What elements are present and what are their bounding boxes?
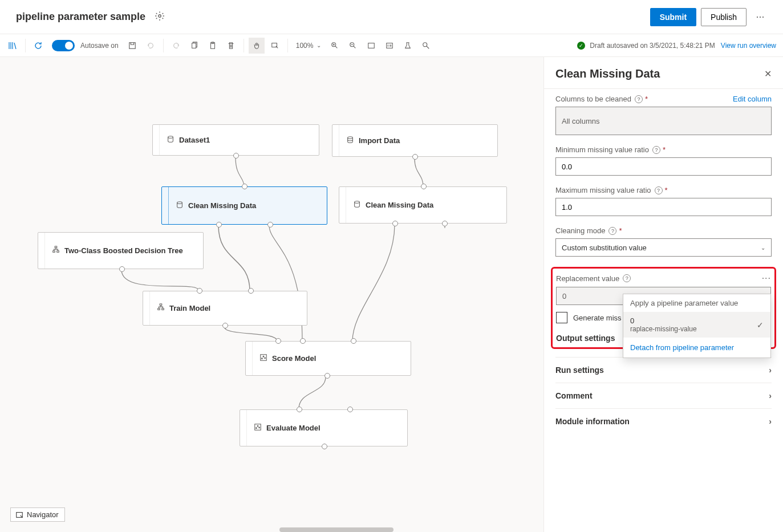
clean-icon [353,200,361,210]
svg-point-22 [262,358,263,359]
columns-value[interactable]: All columns [555,107,772,135]
app-header: pipeline parameter sample Submit Publish… [0,0,783,34]
more-icon[interactable]: ··· [751,8,769,26]
chevron-right-icon: › [769,366,772,375]
svg-rect-1 [129,42,135,48]
score-icon [259,354,267,363]
help-icon[interactable]: ? [623,274,631,282]
library-icon[interactable] [5,38,21,54]
svg-point-24 [265,358,266,359]
replacement-value-section: Replacement value ? ··· Generate miss Ap… [551,267,776,349]
search-icon[interactable] [418,38,434,54]
required-star: * [645,95,648,103]
svg-rect-16 [53,251,55,253]
zoom-out-icon[interactable] [345,38,361,54]
autosave-label: Autosave on [80,42,119,50]
zoom-actual-icon[interactable] [382,38,397,54]
autosave-toggle[interactable] [52,40,75,51]
svg-rect-19 [158,308,160,310]
zoom-fit-icon[interactable] [363,38,379,54]
replacement-label: Replacement value [556,274,619,283]
pipeline-parameter-popup: Apply a pipeline parameter value 0 rapla… [623,294,771,358]
redo-icon[interactable] [168,38,184,54]
svg-rect-8 [368,43,375,48]
svg-point-23 [263,356,264,357]
svg-rect-15 [55,246,57,248]
min-ratio-label: Minimum missing value ratio [555,145,649,154]
view-run-link[interactable]: View run overview [721,42,776,50]
node-clean-missing-data-selected[interactable]: Clean Missing Data [161,186,327,225]
svg-rect-9 [387,43,393,48]
dataset-icon [167,135,175,145]
chevron-right-icon: › [769,391,772,400]
publish-button[interactable]: Publish [701,8,747,26]
gear-icon[interactable] [155,11,165,23]
run-settings-accordion[interactable]: Run settings › [555,357,772,383]
help-icon[interactable]: ? [652,146,660,154]
evaluate-icon [254,423,262,433]
node-dataset1[interactable]: Dataset1 [152,124,319,156]
edit-column-link[interactable]: Edit column [733,95,772,103]
svg-point-27 [257,425,258,427]
horizontal-scrollbar[interactable] [279,527,393,532]
svg-point-11 [168,136,173,139]
min-ratio-input[interactable] [555,157,772,176]
help-icon[interactable]: ? [655,186,663,194]
properties-panel: Clean Missing Data ✕ Columns to be clean… [543,57,783,532]
refresh-icon[interactable] [30,38,46,54]
panel-title: Clean Missing Data [555,67,764,80]
chevron-right-icon: › [769,417,772,426]
autosave-status: Draft autosaved on 3/5/2021, 5:48:21 PM [590,42,715,50]
node-train-model[interactable]: Train Model [143,291,307,326]
help-icon[interactable]: ? [635,95,643,103]
svg-point-12 [348,137,353,139]
delete-icon[interactable] [223,38,239,54]
paste-icon[interactable] [205,38,221,54]
chevron-down-icon: ⌄ [761,245,765,251]
replacement-more-icon[interactable]: ··· [762,273,771,283]
save-icon[interactable] [124,38,140,54]
tree-icon [52,246,60,255]
navigator-button[interactable]: Navigator [10,507,65,522]
comment-accordion[interactable]: Comment › [555,383,772,408]
svg-rect-2 [192,43,196,48]
max-ratio-input[interactable] [555,198,772,216]
copy-icon[interactable] [186,38,202,54]
zoom-in-icon[interactable] [327,38,343,54]
cleaning-mode-label: Cleaning mode [555,226,605,235]
svg-point-28 [259,427,260,428]
zoom-level[interactable]: 100%⌄ [296,42,322,50]
generate-missing-checkbox[interactable] [556,312,567,323]
status-success-icon: ✓ [577,42,585,50]
svg-rect-18 [160,304,162,306]
node-two-class-boosted-decision-tree[interactable]: Two-Class Boosted Decision Tree [38,232,204,269]
module-info-accordion[interactable]: Module information › [555,408,772,434]
svg-point-0 [159,15,161,18]
columns-label: Columns to be cleaned [555,95,631,103]
node-evaluate-model[interactable]: Evaluate Model [240,409,408,446]
generate-missing-label: Generate miss [573,314,622,322]
pan-icon[interactable] [249,38,265,54]
node-import-data[interactable]: Import Data [332,124,498,157]
svg-point-14 [355,201,360,204]
toolbar: Autosave on 100%⌄ ✓ Draft autosaved on 3… [0,34,783,57]
popup-header: Apply a pipeline parameter value [623,294,770,312]
clean-icon [176,201,184,210]
cleaning-mode-select[interactable]: Custom substitution value ⌄ [555,238,772,257]
svg-rect-20 [162,308,164,310]
train-icon [157,303,165,313]
node-clean-missing-data[interactable]: Clean Missing Data [339,186,507,224]
close-icon[interactable]: ✕ [764,68,772,79]
popup-detach-link[interactable]: Detach from pipeline parameter [623,338,770,358]
undo-icon[interactable] [143,38,159,54]
svg-point-10 [423,42,427,46]
popup-current-value[interactable]: 0 raplace-missing-value ✓ [623,312,770,338]
svg-point-26 [256,428,257,429]
submit-button[interactable]: Submit [650,8,696,26]
check-icon: ✓ [757,320,764,330]
svg-rect-17 [57,251,59,253]
select-icon[interactable] [267,38,283,54]
experiment-icon[interactable] [400,38,416,54]
node-score-model[interactable]: Score Model [245,341,411,376]
help-icon[interactable]: ? [608,227,616,235]
